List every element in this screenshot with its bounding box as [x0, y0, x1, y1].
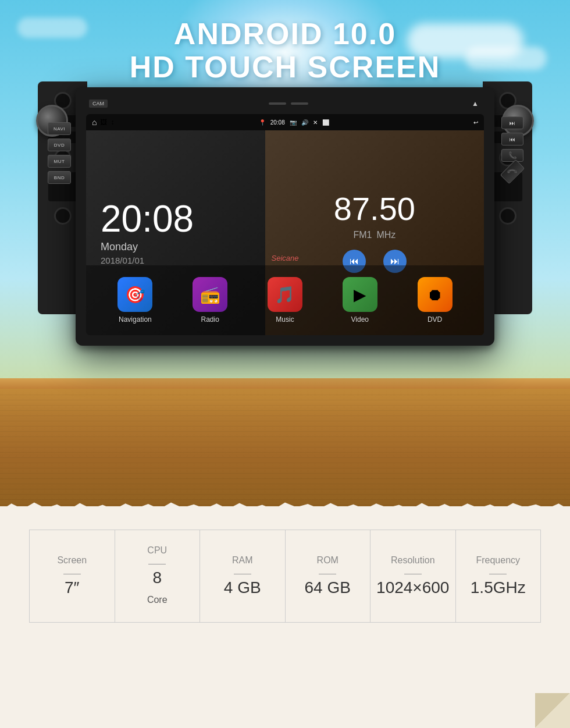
status-icon: ↕	[111, 118, 114, 126]
dvd-app-label: DVD	[428, 315, 442, 324]
radio-icon-img: 📻	[193, 277, 227, 312]
band-button[interactable]: BND	[48, 171, 71, 184]
spec-cpu-label: CPU	[147, 545, 167, 556]
status-bar: ⌂ 🖼 ↕ 📍 20:08 📷 🔊 ✕ ⬜ ↩	[86, 114, 484, 130]
spec-divider	[63, 574, 81, 574]
window-icon: ⬜	[322, 119, 329, 126]
status-bar-center: 📍 20:08 📷 🔊 ✕ ⬜	[259, 119, 329, 126]
clock-date: 2018/01/01	[101, 255, 251, 265]
spec-divider	[148, 564, 166, 564]
clock-day: Monday	[101, 241, 251, 253]
call-button[interactable]: 📞	[501, 149, 523, 162]
slot-indicator	[269, 102, 286, 105]
folded-corner	[535, 693, 570, 728]
title-line1: ANDROID 10.0	[0, 17, 570, 51]
cam-label: CAM	[89, 100, 108, 108]
music-app-label: Music	[276, 315, 294, 324]
spec-screen-value: 7″	[65, 578, 79, 598]
side-buttons-left: NAVI DVD MUT BND	[48, 122, 71, 184]
radio-unit: MHz	[376, 230, 396, 240]
radio-app-label: Radio	[201, 315, 219, 324]
mute-button[interactable]: MUT	[48, 155, 71, 168]
hero-title: ANDROID 10.0 HD TOUCH SCREEN	[0, 17, 570, 84]
location-icon: 📍	[259, 119, 266, 126]
spec-rom-value: 64 GB	[305, 578, 351, 598]
home-icon[interactable]: ⌂	[92, 118, 97, 127]
volume-icon: 🔊	[301, 119, 308, 126]
dvd-icon-img: ⏺	[418, 277, 453, 312]
dvd-button[interactable]: DVD	[48, 139, 71, 151]
video-app-icon[interactable]: ▶ Video	[343, 277, 377, 324]
specs-grid: Screen 7″ CPU 8 Core RAM 4 GB ROM 64 GB …	[29, 530, 541, 623]
title-line2: HD TOUCH SCREEN	[0, 51, 570, 84]
spec-rom: ROM 64 GB	[286, 530, 371, 623]
top-bar-slots	[269, 102, 308, 105]
spec-resolution-value: 1024×600	[376, 578, 449, 598]
camera-icon: 📷	[290, 119, 297, 126]
radio-band: FM1	[353, 230, 372, 240]
main-screen: ⌂ 🖼 ↕ 📍 20:08 📷 🔊 ✕ ⬜ ↩	[86, 114, 484, 335]
spec-divider	[234, 574, 251, 574]
video-app-label: Video	[351, 315, 369, 324]
nav-app-icon[interactable]: 🎯 Navigation	[117, 277, 152, 324]
table-surface	[0, 378, 570, 506]
nav-app-label: Navigation	[119, 315, 152, 324]
radio-info: FM1 MHz	[353, 230, 396, 240]
bracket-hole	[499, 207, 516, 225]
frequency-display: 87.50	[334, 193, 415, 225]
hero-section: ANDROID 10.0 HD TOUCH SCREEN	[0, 0, 570, 506]
status-time: 20:08	[270, 119, 285, 126]
music-icon-img: 🎵	[268, 277, 302, 312]
skip-forward-button[interactable]: ⏭	[501, 116, 523, 129]
spec-resolution: Resolution 1024×600	[370, 530, 456, 623]
app-icons-row: 🎯 Navigation 📻 Radio 🎵 Music ▶ Video	[86, 265, 484, 335]
spec-resolution-label: Resolution	[391, 555, 435, 566]
spec-divider	[319, 574, 336, 574]
spec-ram-value: 4 GB	[224, 578, 261, 598]
head-unit: NAVI DVD MUT BND ⏭ ⏮ 📞 📞 CAM ▲	[76, 87, 494, 346]
side-controls-right: ⏭ ⏮ 📞 📞	[501, 116, 523, 178]
status-bar-left: ⌂ 🖼 ↕	[92, 118, 114, 127]
head-unit-frame: NAVI DVD MUT BND ⏭ ⏮ 📞 📞 CAM ▲	[76, 87, 494, 346]
nav-icon-img: 🎯	[117, 277, 152, 312]
video-icon-img: ▶	[343, 277, 377, 312]
radio-app-icon[interactable]: 📻 Radio	[193, 277, 227, 324]
spec-frequency-label: Frequency	[476, 555, 520, 566]
eject-button[interactable]: ▲	[469, 98, 481, 109]
brand-watermark: Seicane	[272, 254, 299, 262]
close-icon: ✕	[313, 119, 318, 126]
spec-frequency: Frequency 1.5GHz	[456, 530, 542, 623]
music-app-icon[interactable]: 🎵 Music	[268, 277, 302, 324]
unit-top-bar: CAM ▲	[86, 98, 484, 109]
spec-rom-label: ROM	[317, 555, 339, 566]
specs-section: Screen 7″ CPU 8 Core RAM 4 GB ROM 64 GB …	[0, 506, 570, 728]
spec-cpu: CPU 8 Core	[115, 530, 201, 623]
status-bar-right: ↩	[473, 119, 478, 126]
spec-frequency-value: 1.5GHz	[471, 578, 526, 598]
spec-cpu-value: 8 Core	[147, 568, 168, 607]
status-icon: 🖼	[100, 118, 107, 126]
spec-ram-label: RAM	[232, 555, 253, 566]
back-icon[interactable]: ↩	[473, 119, 478, 126]
slot-indicator	[291, 102, 308, 105]
bracket-hole	[54, 207, 72, 225]
clock-time: 20:08	[101, 200, 251, 237]
spec-divider	[489, 574, 507, 574]
spec-ram: RAM 4 GB	[200, 530, 286, 623]
spec-divider	[404, 574, 422, 574]
skip-back-button[interactable]: ⏮	[501, 133, 523, 145]
spec-screen-label: Screen	[57, 555, 87, 566]
dvd-app-icon[interactable]: ⏺ DVD	[418, 277, 453, 324]
spec-screen: Screen 7″	[29, 530, 115, 623]
navi-button[interactable]: NAVI	[48, 122, 71, 135]
